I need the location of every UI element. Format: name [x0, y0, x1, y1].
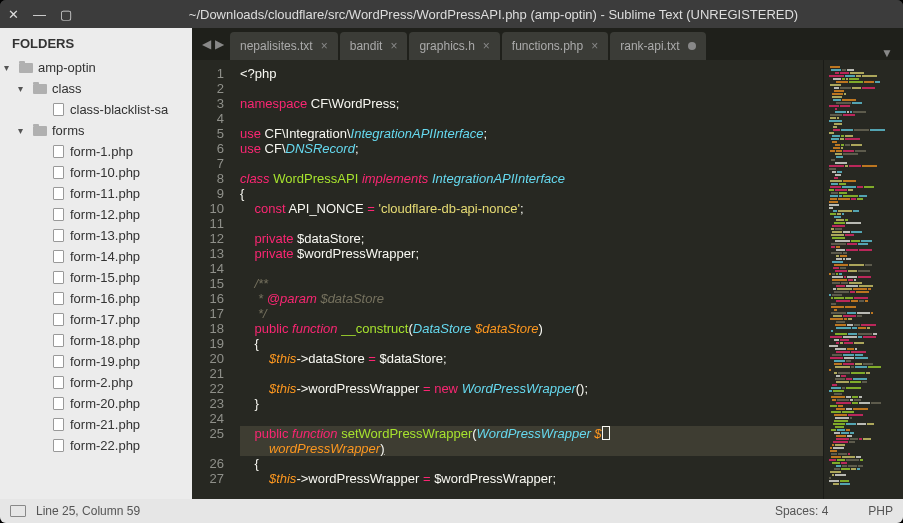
folder-item[interactable]: ▾forms — [0, 120, 192, 141]
folder-icon — [32, 82, 48, 96]
nav-back-icon[interactable]: ◀ — [202, 37, 211, 51]
tab-menu-icon[interactable]: ▼ — [871, 46, 903, 60]
tree-item-label: form-21.php — [70, 417, 140, 432]
tree-item-label: form-20.php — [70, 396, 140, 411]
statusbar: Line 25, Column 59 Spaces: 4 PHP — [0, 499, 903, 523]
tree-item-label: form-18.php — [70, 333, 140, 348]
file-tab[interactable]: rank-api.txt — [610, 32, 705, 60]
file-item[interactable]: form-12.php — [0, 204, 192, 225]
file-tab[interactable]: functions.php× — [502, 32, 608, 60]
expand-arrow-icon[interactable]: ▾ — [18, 83, 32, 94]
file-item[interactable]: form-21.php — [0, 414, 192, 435]
dirty-indicator-icon — [688, 42, 696, 50]
file-tab[interactable]: bandit× — [340, 32, 408, 60]
tree-item-label: form-19.php — [70, 354, 140, 369]
file-icon — [50, 208, 66, 222]
file-icon — [50, 439, 66, 453]
file-icon — [50, 250, 66, 264]
file-item[interactable]: form-14.php — [0, 246, 192, 267]
file-item[interactable]: class-blacklist-sa — [0, 99, 192, 120]
cursor-position: Line 25, Column 59 — [36, 504, 140, 518]
tree-item-label: form-16.php — [70, 291, 140, 306]
maximize-icon[interactable]: ▢ — [60, 7, 72, 22]
file-icon — [50, 103, 66, 117]
sidebar-header: FOLDERS — [0, 28, 192, 57]
file-item[interactable]: form-19.php — [0, 351, 192, 372]
panel-icon[interactable] — [10, 505, 26, 517]
app-window: ✕ — ▢ ~/Downloads/cloudflare/src/WordPre… — [0, 0, 903, 523]
file-icon — [50, 292, 66, 306]
file-item[interactable]: form-18.php — [0, 330, 192, 351]
tree-item-label: class — [52, 81, 82, 96]
tab-label: bandit — [350, 39, 383, 53]
folder-item[interactable]: ▾class — [0, 78, 192, 99]
tree-item-label: amp-optin — [38, 60, 96, 75]
file-tab[interactable]: graphics.h× — [409, 32, 499, 60]
file-icon — [50, 145, 66, 159]
file-item[interactable]: form-1.php — [0, 141, 192, 162]
file-icon — [50, 313, 66, 327]
file-icon — [50, 376, 66, 390]
tree-item-label: form-15.php — [70, 270, 140, 285]
file-item[interactable]: form-17.php — [0, 309, 192, 330]
file-item[interactable]: form-16.php — [0, 288, 192, 309]
editor-area: ◀ ▶ nepalisites.txt×bandit×graphics.h×fu… — [192, 28, 903, 499]
file-icon — [50, 397, 66, 411]
file-icon — [50, 334, 66, 348]
titlebar: ✕ — ▢ ~/Downloads/cloudflare/src/WordPre… — [0, 0, 903, 28]
tree-item-label: form-13.php — [70, 228, 140, 243]
tabbar: ◀ ▶ nepalisites.txt×bandit×graphics.h×fu… — [192, 28, 903, 60]
code-editor[interactable]: <?php namespace CF\WordPress; use CF\Int… — [232, 60, 823, 499]
line-gutter: 1234567891011121314151617181920212223242… — [192, 60, 232, 499]
nav-forward-icon[interactable]: ▶ — [215, 37, 224, 51]
minimap[interactable] — [823, 60, 903, 499]
tab-label: nepalisites.txt — [240, 39, 313, 53]
file-item[interactable]: form-20.php — [0, 393, 192, 414]
language-indicator[interactable]: PHP — [868, 504, 893, 518]
expand-arrow-icon[interactable]: ▾ — [18, 125, 32, 136]
sidebar: FOLDERS ▾amp-optin▾classclass-blacklist-… — [0, 28, 192, 499]
close-tab-icon[interactable]: × — [321, 39, 328, 53]
file-item[interactable]: form-10.php — [0, 162, 192, 183]
window-title: ~/Downloads/cloudflare/src/WordPress/Wor… — [92, 7, 895, 22]
tab-label: graphics.h — [419, 39, 474, 53]
tree-item-label: form-1.php — [70, 144, 133, 159]
tree-item-label: form-2.php — [70, 375, 133, 390]
file-icon — [50, 271, 66, 285]
indent-indicator[interactable]: Spaces: 4 — [775, 504, 828, 518]
folder-item[interactable]: ▾amp-optin — [0, 57, 192, 78]
tree-item-label: form-11.php — [70, 186, 140, 201]
close-icon[interactable]: ✕ — [8, 7, 19, 22]
file-item[interactable]: form-11.php — [0, 183, 192, 204]
tree-item-label: form-12.php — [70, 207, 140, 222]
file-item[interactable]: form-13.php — [0, 225, 192, 246]
tab-label: rank-api.txt — [620, 39, 679, 53]
expand-arrow-icon[interactable]: ▾ — [4, 62, 18, 73]
folder-icon — [32, 124, 48, 138]
tree-item-label: form-22.php — [70, 438, 140, 453]
file-tab[interactable]: nepalisites.txt× — [230, 32, 338, 60]
folder-icon — [18, 61, 34, 75]
tab-label: functions.php — [512, 39, 583, 53]
file-icon — [50, 187, 66, 201]
file-item[interactable]: form-2.php — [0, 372, 192, 393]
text-cursor — [602, 426, 610, 440]
file-icon — [50, 418, 66, 432]
tree-item-label: forms — [52, 123, 85, 138]
code-text: <?php — [240, 66, 277, 81]
file-item[interactable]: form-22.php — [0, 435, 192, 456]
file-item[interactable]: form-15.php — [0, 267, 192, 288]
file-icon — [50, 166, 66, 180]
tree-item-label: form-10.php — [70, 165, 140, 180]
folder-tree[interactable]: ▾amp-optin▾classclass-blacklist-sa▾forms… — [0, 57, 192, 499]
close-tab-icon[interactable]: × — [483, 39, 490, 53]
tree-item-label: form-14.php — [70, 249, 140, 264]
file-icon — [50, 229, 66, 243]
file-icon — [50, 355, 66, 369]
close-tab-icon[interactable]: × — [390, 39, 397, 53]
tree-item-label: class-blacklist-sa — [70, 102, 168, 117]
minimize-icon[interactable]: — — [33, 7, 46, 22]
close-tab-icon[interactable]: × — [591, 39, 598, 53]
tree-item-label: form-17.php — [70, 312, 140, 327]
